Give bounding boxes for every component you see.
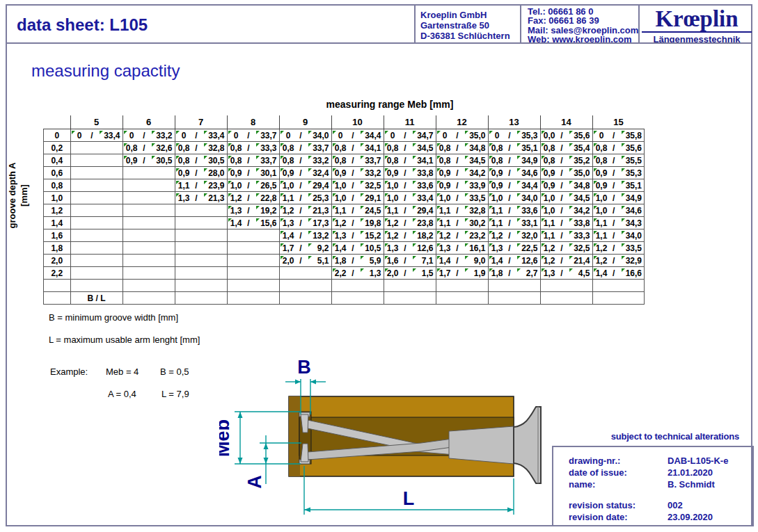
capacity-cell: 1,0/33,5 [436, 192, 488, 204]
mail-link: Mail: sales@kroeplin.com [528, 26, 638, 35]
empty-cell [592, 280, 645, 292]
b-value: 0,8 [541, 155, 558, 166]
l-value: 35,6 [564, 130, 590, 141]
b-value: 0 [489, 130, 506, 141]
capacity-cell: 0/33,2 [123, 129, 175, 142]
l-value: 2,7 [512, 268, 538, 279]
b-value: 0 [384, 130, 402, 141]
empty-cell [70, 192, 123, 204]
empty-cell [384, 280, 436, 292]
l-value: 34,4 [356, 130, 381, 141]
b-value: 0,9 [280, 168, 297, 179]
table-row: 1,61,4/13,21,3/15,21,2/18,21,2/23,21,2/3… [44, 229, 645, 242]
date-of-issue-row: date of issue:21.01.2020 [569, 467, 752, 478]
header-divider [520, 6, 521, 42]
b-value: 2,0 [384, 268, 402, 279]
capacity-cell: 1,1/33,1 [488, 217, 540, 229]
b-value: 0,9 [489, 168, 506, 179]
capacity-cell: 0/35,3 [488, 129, 540, 142]
capacity-cell: 1,4/16,6 [592, 267, 645, 280]
b-value: 1,0 [489, 193, 506, 204]
column-header: 12 [436, 115, 488, 129]
label-a: A [244, 475, 265, 489]
capacity-cell: 0,8/32,8 [175, 142, 227, 154]
bl-legend-cell: B / L [70, 292, 123, 305]
capacity-cell: 0,9/35,1 [592, 179, 645, 192]
b-value: 0,9 [228, 168, 245, 179]
b-value: 1,0 [593, 193, 610, 204]
b-value: 0,8 [489, 143, 506, 154]
b-value: 1,3 [541, 268, 558, 279]
capacity-cell: 0,9/33,9 [436, 179, 488, 192]
b-value: 1,2 [384, 218, 402, 229]
empty-cell [175, 280, 227, 292]
empty-cell [227, 242, 279, 255]
groove-measurement-diagram: B Meb A L [219, 348, 550, 532]
l-value: 33,3 [564, 230, 590, 241]
b-value: 1,7 [280, 243, 297, 254]
table-row: 2,02,0/5,11,8/5,91,6/7,11,4/9,01,4/12,61… [44, 255, 645, 267]
l-value: 35,1 [512, 143, 538, 154]
capacity-cell: 2,0/5,1 [279, 255, 331, 267]
row-label: 0,2 [44, 142, 71, 154]
b-value: 2,0 [280, 255, 297, 266]
b-value: 1,0 [280, 180, 297, 191]
l-value: 5,1 [303, 255, 329, 266]
b-value: 1,0 [332, 180, 349, 191]
l-value: 35,0 [564, 168, 590, 179]
capacity-cell: 1,4/10,5 [331, 242, 384, 255]
company-logo: Krœplin Längenmesstechnik [642, 7, 752, 45]
b-value: 0 [71, 130, 88, 141]
capacity-cell: 0,8/34,1 [384, 154, 436, 167]
empty-cell [123, 192, 175, 204]
row-label: 0 [44, 129, 71, 142]
capacity-cell: 1,2/23,8 [384, 217, 436, 229]
l-value: 18,2 [408, 230, 434, 241]
capacity-cell: 1,2/22,8 [227, 192, 279, 204]
b-value: 0 [593, 130, 610, 141]
empty-cell [123, 292, 175, 305]
l-value: 35,8 [616, 130, 642, 141]
l-value: 34,0 [616, 230, 642, 241]
l-value: 33,8 [408, 168, 434, 179]
b-value: 0,8 [228, 143, 245, 154]
empty-cell [123, 267, 175, 280]
b-value: 1,1 [332, 205, 349, 216]
row-label: 1,2 [44, 204, 71, 217]
b-value: 0,8 [436, 155, 454, 166]
l-value: 30,5 [199, 155, 225, 166]
b-value: 1,2 [593, 255, 610, 266]
capacity-cell: 0,8/35,4 [540, 142, 592, 154]
table-row: 1,21,3/19,21,2/21,31,1/24,51,1/29,41,1/3… [44, 204, 645, 217]
row-label [44, 292, 71, 305]
b-value: 1,3 [436, 243, 454, 254]
b-value: 1,1 [541, 218, 558, 229]
capacity-cell: 1,0/26,5 [227, 179, 279, 192]
empty-cell [175, 267, 227, 280]
column-header: 14 [540, 115, 592, 129]
capacity-cell: 0,8/33,7 [227, 154, 279, 167]
l-value: 34,9 [616, 193, 642, 204]
l-value: 33,7 [303, 143, 329, 154]
l-value: 1,9 [460, 268, 486, 279]
capacity-cell: 0,8/32,6 [123, 142, 175, 154]
l-value: 21,4 [564, 255, 590, 266]
b-value: 1,3 [175, 193, 193, 204]
b-value: 0,8 [541, 143, 558, 154]
l-value: 35,6 [616, 143, 642, 154]
table-row: 0,20,8/32,60,8/32,80,8/33,30,8/33,70,8/3… [44, 142, 645, 154]
b-value: 0,8 [489, 155, 506, 166]
b-value: 0,8 [593, 155, 610, 166]
b-value: 0,8 [332, 155, 349, 166]
l-value: 32,5 [356, 180, 381, 191]
b-value: 0,9 [436, 180, 454, 191]
example-a: A = 0,4 [108, 389, 136, 399]
b-value: 1,4 [489, 255, 506, 266]
label-meb: Meb [219, 419, 233, 457]
capacity-cell: 1,8/2,7 [488, 267, 540, 280]
l-value: 34,6 [512, 168, 538, 179]
fax-number: Fax: 06661 86 39 [528, 16, 638, 25]
b-value: 1,1 [541, 230, 558, 241]
capacity-cell: 1,4/13,2 [279, 229, 331, 242]
l-value: 35,4 [564, 143, 590, 154]
